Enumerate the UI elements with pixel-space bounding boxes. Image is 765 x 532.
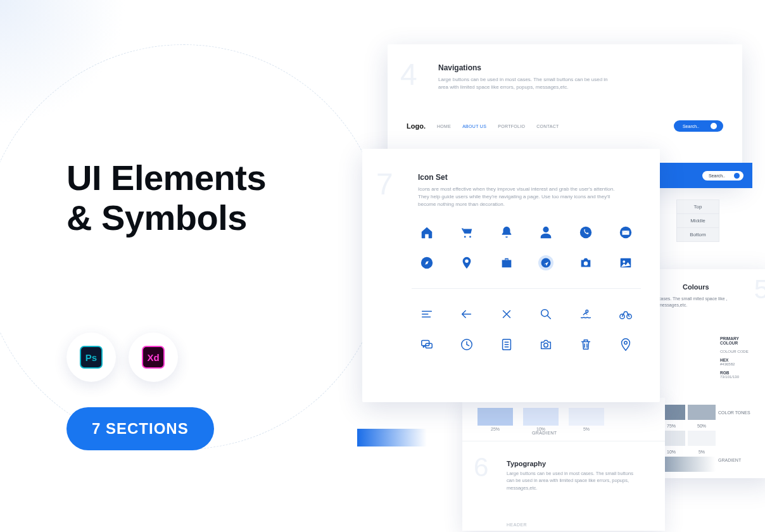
svg-point-7 [541,258,551,268]
section-number-7: 7 [376,167,393,201]
headline: UI Elements & Symbols [66,158,266,238]
pct-5: 5% [688,448,716,454]
tone-50 [688,405,716,420]
nav-title: Navigations [438,63,616,72]
colour-info: PRIMARY COLOUR COLOUR CODE HEX#436582 RG… [718,336,757,379]
mail-icon [618,225,633,240]
search-icon [711,123,717,129]
phone-icon [578,225,593,240]
dropdown-option-top[interactable]: Top [677,200,719,214]
section-number-5: 5 [754,274,765,305]
photoshop-icon: Ps [79,345,103,369]
panel-typography-strip: 25% 10% 5% GRADIENT 6 Typography Large b… [462,398,665,531]
pct-25b: 25% [477,427,513,431]
label-tones: COLOR TONES [718,410,757,415]
gradient-tones-row: 25% 10% 5% [477,408,604,431]
typography-header-label: HEADER [507,522,527,527]
hex-value: #436582 [720,362,735,366]
nav-link-portfolio[interactable]: PORTFOLIO [498,124,525,129]
nav-link-about[interactable]: ABOUT US [462,124,486,129]
camera-outline-icon [538,337,553,352]
gradient-label-2: GRADIENT [718,457,757,472]
nav-logo: Logo. [407,122,426,130]
svg-text:Xd: Xd [147,352,159,363]
clock-icon [459,337,474,352]
section-number-4: 4 [400,57,417,92]
chat-icon [419,337,434,352]
document-icon [499,337,514,352]
svg-point-11 [541,310,548,317]
arrow-left-icon [459,307,474,322]
pin-icon [459,255,474,270]
strip-separator [462,441,665,441]
dropdown-menu[interactable]: Top Middle Bottom [676,200,719,242]
rgb-value: 73/101/130 [720,375,739,379]
app-badges: Ps Xd [66,332,266,382]
briefcase-icon [499,255,514,270]
colours-title: Colours [683,283,709,291]
typography-desc: Large buttons can be used in most cases.… [507,470,633,491]
image-icon [618,255,633,270]
label-primary: PRIMARY COLOUR [720,336,757,345]
gradient-label: GRADIENT [532,431,557,435]
dropdown-option-middle[interactable]: Middle [677,214,719,228]
svg-text:Ps: Ps [85,352,97,363]
secondary-search[interactable]: Search.. [702,171,743,180]
tone-10-blue [523,408,559,426]
secondary-navbar: Search.. [646,163,752,188]
dropdown-option-bottom[interactable]: Bottom [677,228,719,241]
label-code: COLOUR CODE [720,350,757,353]
panel-colours: 5 Colours cases. The small mited space l… [652,269,765,478]
headline-line1: UI Elements [66,158,266,198]
nav-link-home[interactable]: HOME [437,124,451,129]
compass-icon [419,255,434,270]
navigation-icon [538,255,553,270]
trash-icon [578,337,593,352]
search-icon [734,173,740,179]
hero-left: UI Elements & Symbols Ps Xd 7 SECTIONS [66,158,266,450]
close-icon [499,307,514,322]
section-number-6: 6 [474,452,488,483]
secondary-search-text: Search.. [709,174,725,178]
icon-divider [412,288,641,289]
bell-icon [499,225,514,240]
icon-grid [412,225,641,352]
photoshop-badge: Ps [66,332,116,382]
pct-5b: 5% [569,427,604,431]
typography-title: Typography [507,460,633,467]
iconset-desc: Icons are most effective when they impro… [418,186,627,208]
nav-desc: Large buttons can be used in most cases.… [438,76,616,91]
label-rgb: RGB [720,370,729,375]
panel-icon-set: 7 Icon Set Icons are most effective when… [362,149,660,402]
tone-5-blue [569,408,604,426]
headline-line2: & Symbols [66,198,247,238]
tone-5 [688,431,716,446]
label-hex: HEX [720,358,728,362]
swim-icon [578,307,593,322]
user-icon [538,225,553,240]
nav-search-pill[interactable]: Search.. [674,120,723,132]
pin-outline-icon [618,337,633,352]
nav-search-text: Search.. [683,124,699,129]
svg-point-8 [584,262,588,265]
pct-50: 50% [688,422,716,428]
colours-blurb: cases. The small mited space like , mess… [659,296,735,308]
bicycle-icon [618,307,633,322]
nav-link-contact[interactable]: CONTACT [536,124,559,129]
align-left-icon [419,307,434,322]
tone-25-blue [477,408,513,426]
cart-icon [459,225,474,240]
iconset-title: Icon Set [418,173,627,182]
xd-badge: Xd [129,332,178,382]
xd-icon: Xd [141,345,165,369]
mockup-composition: 4 Navigations Large buttons can be used … [355,0,765,532]
home-icon [419,225,434,240]
svg-point-19 [544,343,548,347]
search-icon [538,307,553,322]
gradient-swatch-blue [357,429,427,446]
navbar-example: Logo. HOME ABOUT US PORTFOLIO CONTACT Se… [407,120,723,132]
svg-point-12 [586,310,588,313]
camera-icon [578,255,593,270]
sections-pill: 7 SECTIONS [66,407,214,450]
svg-point-10 [623,260,625,263]
